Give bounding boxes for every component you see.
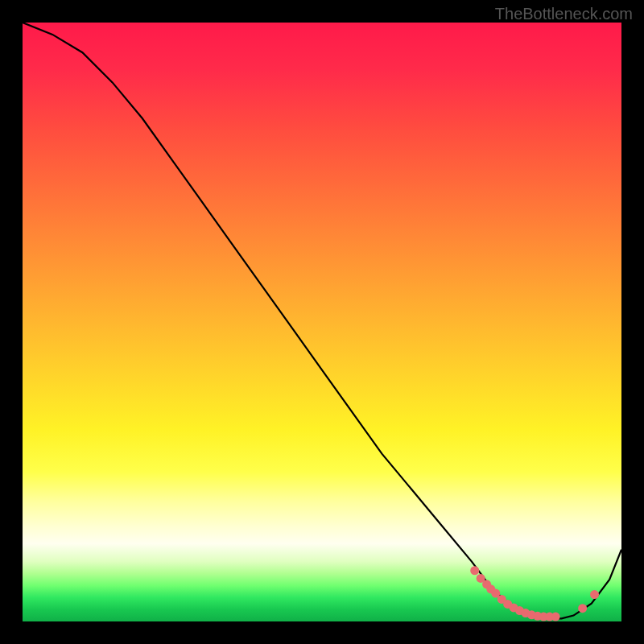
plot-area <box>23 23 621 621</box>
watermark-text: TheBottleneck.com <box>495 5 633 23</box>
highlight-dot <box>470 566 479 575</box>
curve-svg <box>23 23 621 621</box>
highlight-dots <box>470 566 599 621</box>
bottleneck-curve <box>23 23 621 618</box>
highlight-dot <box>578 604 587 613</box>
highlight-dot <box>551 613 560 621</box>
highlight-dot <box>590 590 599 599</box>
